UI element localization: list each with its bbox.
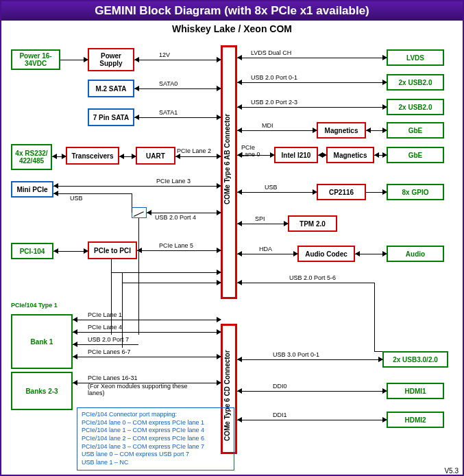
bank1: Bank 1 [11, 314, 73, 369]
sig-lvds: LVDS Dual CH [251, 49, 291, 56]
sig-pcie0: PCIe Lane 0 [241, 144, 269, 158]
power-supply: Power Supply [88, 48, 134, 71]
note-title: PCIe/104 Connector port mapping: [82, 411, 230, 419]
cp2116: CP2116 [317, 184, 366, 200]
xeon-note: (For Xeon modules supporting these lanes… [88, 383, 197, 396]
sig-sata0: SATA0 [159, 80, 178, 87]
sig-usbp7: USB 2.0 Port 7 [88, 336, 129, 343]
sig-pcie1631: PCIe Lanes 16-31 [88, 374, 138, 381]
sig-ddi1: DDI1 [273, 412, 287, 418]
title-bar: GEMINI Block Diagram (with 8x PCIe x1 av… [1, 1, 463, 21]
sig-usbp23: USB 2.0 Port 2-3 [251, 99, 297, 106]
sig-ddi0: DDI0 [273, 383, 287, 390]
sig-usbp01: USB 2.0 Port 0-1 [251, 74, 297, 81]
sig-pcie1: PCIe Lane 1 [88, 311, 122, 318]
sig-usb: USB [70, 195, 83, 202]
pcie-to-pci: PCIe to PCI [88, 241, 137, 259]
diagram-canvas: COMe Type 6 AB Connector COMe Type 6 CD … [1, 36, 463, 476]
audio: Audio [387, 246, 444, 262]
sig-sata1: SATA1 [159, 109, 178, 116]
audio-codec: Audio Codec [297, 246, 355, 262]
magnetics1: Magnetics [317, 122, 366, 139]
note-l4: PCIe/104 lane 3 – COM express PCIe lane … [82, 443, 230, 451]
hdmi1: HDMI1 [387, 383, 444, 399]
diagram-frame: GEMINI Block Diagram (with 8x PCIe x1 av… [0, 0, 464, 476]
pci-104: PCI-104 [11, 243, 53, 259]
gpio: 8x GPIO [387, 184, 444, 200]
sig-hda: HDA [259, 246, 272, 252]
sig-usb3p01: USB 3.0 Port 0-1 [273, 351, 319, 358]
tpm: TPM 2.0 [288, 215, 337, 232]
note-l2: PCIe/104 lane 1 – COM express PCIe lane … [82, 427, 230, 435]
note-l3: PCIe/104 lane 2 – COM express PCIe lane … [82, 435, 230, 443]
sig-pcie5: PCIe Lane 5 [159, 242, 193, 249]
mapping-note: PCIe/104 Connector port mapping: PCIe/10… [77, 407, 234, 471]
lvds: LVDS [387, 49, 444, 66]
note-l1: PCIe/104 lane 0 – COM express PCIe lane … [82, 419, 230, 427]
gbe1: GbE [387, 122, 444, 139]
usb20-b: 2x USB2.0 [387, 99, 444, 115]
version-label: V5.3 [444, 467, 459, 475]
pin7-sata: 7 Pin SATA [88, 108, 134, 126]
sig-12v: 12V [159, 51, 170, 58]
sig-usb-p4: USB 2.0 Port 4 [155, 214, 196, 221]
power-ext: Power 16-34VDC [11, 49, 60, 70]
pcie104-type1-label: PCIe/104 Type 1 [11, 302, 58, 309]
rs232: 4x RS232/ 422/485 [11, 144, 52, 170]
hdmi2: HDMI2 [387, 412, 444, 428]
sig-pcie4: PCIe Lane 4 [88, 324, 122, 331]
banks23: Banks 2-3 [11, 372, 73, 410]
m2-sata: M.2 SATA [88, 80, 134, 97]
ab-connector-label: COMe Type 6 AB Connector [223, 91, 231, 228]
sig-usb-r: USB [265, 184, 278, 191]
usb-switch [132, 207, 147, 218]
usb30: 2x USB3.0/2.0 [382, 351, 448, 368]
usb20-a: 2x USB2.0 [387, 74, 444, 91]
note-l5: USB lane 0 – COM express USB port 7 [82, 451, 230, 459]
sig-pcie2: PCIe Lane 2 [177, 147, 211, 154]
sig-pcie3: PCIe Lane 3 [156, 178, 191, 185]
magnetics2: Magnetics [326, 147, 374, 163]
sig-spi: SPI [255, 215, 265, 222]
sig-pcie67: PCIe Lanes 6-7 [88, 348, 131, 355]
uart: UART [136, 147, 175, 165]
note-l6: USB lane 1 – NC [82, 459, 230, 467]
gbe2: GbE [387, 147, 444, 163]
mini-pcie: Mini PCIe [11, 181, 53, 198]
sig-mdi: MDI [262, 122, 273, 129]
subtitle: Whiskey Lake / Xeon COM [1, 23, 463, 34]
sig-usbp56: USB 2.0 Port 5-6 [289, 274, 336, 281]
transceivers: Transceivers [66, 147, 119, 165]
intel-i210: Intel I210 [274, 147, 318, 163]
